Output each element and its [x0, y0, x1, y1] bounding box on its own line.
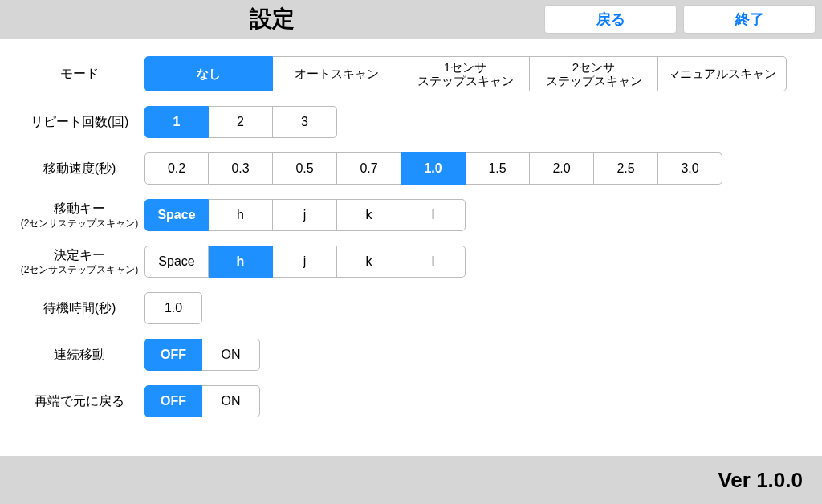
- page-title: 設定: [6, 4, 538, 35]
- label-wrap: 再端で元に戻る: [14, 393, 144, 408]
- wrap-toggle: OFFON: [144, 385, 260, 417]
- speed-selector-option[interactable]: 0.7: [337, 152, 401, 185]
- label-movekey-main: 移動キー: [54, 201, 105, 215]
- speed-selector-option[interactable]: 3.0: [658, 152, 722, 185]
- back-button[interactable]: 戻る: [544, 5, 677, 34]
- continuous-toggle: OFFON: [144, 339, 260, 371]
- speed-selector-option[interactable]: 1.5: [466, 152, 530, 185]
- movekey-selector: Spacehjkl: [144, 199, 466, 231]
- mode-selector-option[interactable]: 1センサ ステップスキャン: [401, 56, 530, 91]
- row-speed: 移動速度(秒) 0.20.30.50.71.01.52.02.53.0: [14, 152, 808, 185]
- mode-selector-option[interactable]: なし: [144, 56, 273, 91]
- selectkey-selector-option[interactable]: Space: [144, 246, 209, 278]
- label-wait: 待機時間(秒): [14, 300, 144, 315]
- label-continuous: 連続移動: [14, 347, 144, 362]
- mode-selector-option[interactable]: マニュアルスキャン: [658, 56, 787, 91]
- movekey-selector-option[interactable]: h: [209, 199, 273, 231]
- row-wait: 待機時間(秒) 1.0: [14, 292, 808, 324]
- row-continuous: 連続移動 OFFON: [14, 339, 808, 371]
- movekey-selector-option[interactable]: Space: [144, 199, 209, 231]
- speed-selector-option[interactable]: 0.2: [144, 152, 209, 185]
- continuous-toggle-option[interactable]: OFF: [144, 339, 202, 371]
- wrap-toggle-option[interactable]: OFF: [144, 385, 202, 417]
- label-movekey-sub: (2センサステップスキャン): [14, 217, 144, 229]
- label-movekey: 移動キー (2センサステップスキャン): [14, 201, 144, 230]
- row-repeat: リピート回数(回) 123: [14, 106, 808, 138]
- selectkey-selector-option[interactable]: h: [209, 246, 273, 278]
- label-selectkey: 決定キー (2センサステップスキャン): [14, 247, 144, 276]
- row-movekey: 移動キー (2センサステップスキャン) Spacehjkl: [14, 199, 808, 231]
- exit-button[interactable]: 終了: [683, 5, 816, 34]
- repeat-selector-option[interactable]: 1: [144, 106, 209, 138]
- speed-selector-option[interactable]: 0.3: [209, 152, 273, 185]
- selectkey-selector: Spacehjkl: [144, 246, 466, 278]
- header: 設定 戻る 終了: [0, 0, 822, 39]
- repeat-selector-option[interactable]: 2: [209, 106, 273, 138]
- speed-selector-option[interactable]: 2.0: [530, 152, 594, 185]
- selectkey-selector-option[interactable]: j: [273, 246, 337, 278]
- movekey-selector-option[interactable]: l: [401, 199, 466, 231]
- version-text: Ver 1.0.0: [718, 468, 803, 493]
- selectkey-selector-option[interactable]: l: [401, 246, 466, 278]
- speed-selector-option[interactable]: 1.0: [401, 152, 466, 185]
- repeat-selector: 123: [144, 106, 337, 138]
- continuous-toggle-option[interactable]: ON: [202, 339, 260, 371]
- wait-value-group: 1.0: [144, 292, 202, 324]
- row-selectkey: 決定キー (2センサステップスキャン) Spacehjkl: [14, 246, 808, 278]
- label-selectkey-main: 決定キー: [54, 248, 105, 262]
- speed-selector: 0.20.30.50.71.01.52.02.53.0: [144, 152, 722, 185]
- mode-selector-option[interactable]: オートスキャン: [273, 56, 401, 91]
- wrap-toggle-option[interactable]: ON: [202, 385, 260, 417]
- label-speed: 移動速度(秒): [14, 161, 144, 176]
- mode-selector-option[interactable]: 2センサ ステップスキャン: [530, 56, 658, 91]
- repeat-selector-option[interactable]: 3: [273, 106, 337, 138]
- label-repeat: リピート回数(回): [14, 114, 144, 129]
- label-mode: モード: [14, 66, 144, 81]
- movekey-selector-option[interactable]: k: [337, 199, 401, 231]
- settings-content: モード なしオートスキャン1センサ ステップスキャン2センサ ステップスキャンマ…: [0, 39, 822, 440]
- speed-selector-option[interactable]: 0.5: [273, 152, 337, 185]
- row-mode: モード なしオートスキャン1センサ ステップスキャン2センサ ステップスキャンマ…: [14, 56, 808, 91]
- movekey-selector-option[interactable]: j: [273, 199, 337, 231]
- footer: Ver 1.0.0: [0, 456, 822, 504]
- wait-value[interactable]: 1.0: [144, 292, 202, 324]
- selectkey-selector-option[interactable]: k: [337, 246, 401, 278]
- row-wrap: 再端で元に戻る OFFON: [14, 385, 808, 417]
- mode-selector: なしオートスキャン1センサ ステップスキャン2センサ ステップスキャンマニュアル…: [144, 56, 787, 91]
- speed-selector-option[interactable]: 2.5: [594, 152, 658, 185]
- label-selectkey-sub: (2センサステップスキャン): [14, 264, 144, 275]
